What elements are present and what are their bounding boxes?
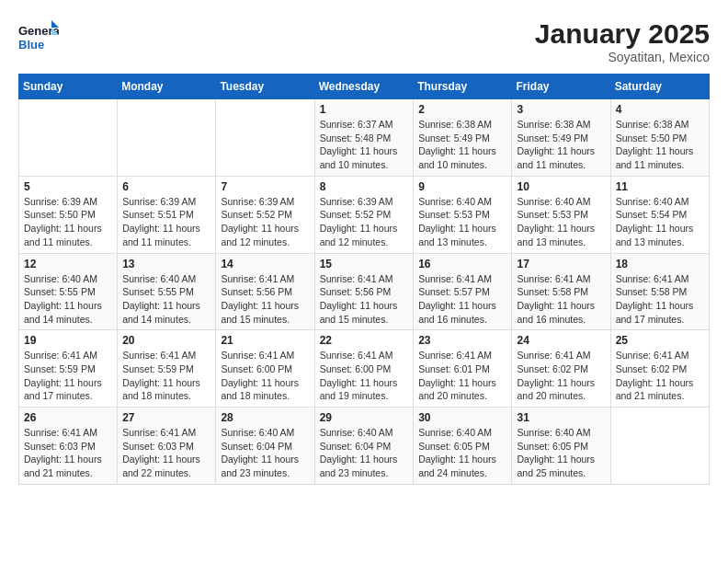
calendar-cell: 26Sunrise: 6:41 AM Sunset: 6:03 PM Dayli… (19, 408, 118, 485)
day-number: 1 (320, 103, 409, 116)
day-number: 3 (517, 103, 605, 116)
calendar-cell (19, 99, 118, 177)
calendar-cell: 30Sunrise: 6:40 AM Sunset: 6:05 PM Dayli… (414, 408, 512, 485)
day-number: 12 (24, 258, 112, 270)
day-number: 31 (517, 411, 605, 424)
day-number: 27 (122, 411, 210, 424)
day-info: Sunrise: 6:39 AM Sunset: 5:51 PM Dayligh… (122, 195, 210, 249)
day-number: 17 (517, 258, 605, 270)
day-number: 24 (517, 334, 605, 347)
calendar-cell: 13Sunrise: 6:40 AM Sunset: 5:55 PM Dayli… (118, 253, 216, 330)
day-info: Sunrise: 6:40 AM Sunset: 5:53 PM Dayligh… (418, 195, 506, 249)
calendar-cell: 17Sunrise: 6:41 AM Sunset: 5:58 PM Dayli… (512, 253, 610, 330)
weekday-header-wednesday: Wednesday (314, 75, 414, 99)
weekday-header-sunday: Sunday (19, 75, 118, 99)
calendar-cell: 2Sunrise: 6:38 AM Sunset: 5:49 PM Daylig… (414, 99, 512, 177)
day-info: Sunrise: 6:40 AM Sunset: 5:53 PM Dayligh… (517, 195, 605, 249)
day-info: Sunrise: 6:40 AM Sunset: 6:05 PM Dayligh… (517, 426, 605, 480)
day-info: Sunrise: 6:41 AM Sunset: 6:00 PM Dayligh… (320, 349, 409, 403)
calendar-cell: 16Sunrise: 6:41 AM Sunset: 5:57 PM Dayli… (414, 253, 512, 330)
calendar-cell: 11Sunrise: 6:40 AM Sunset: 5:54 PM Dayli… (610, 176, 709, 253)
day-info: Sunrise: 6:40 AM Sunset: 5:55 PM Dayligh… (122, 272, 210, 327)
calendar-cell: 22Sunrise: 6:41 AM Sunset: 6:00 PM Dayli… (314, 330, 414, 408)
day-info: Sunrise: 6:39 AM Sunset: 5:52 PM Dayligh… (320, 195, 409, 249)
day-info: Sunrise: 6:41 AM Sunset: 6:02 PM Dayligh… (616, 349, 704, 403)
calendar-cell: 7Sunrise: 6:39 AM Sunset: 5:52 PM Daylig… (216, 176, 314, 253)
day-info: Sunrise: 6:38 AM Sunset: 5:50 PM Dayligh… (616, 118, 704, 172)
calendar-cell: 5Sunrise: 6:39 AM Sunset: 5:50 PM Daylig… (19, 176, 118, 253)
calendar-cell: 29Sunrise: 6:40 AM Sunset: 6:04 PM Dayli… (314, 408, 414, 485)
calendar-cell: 20Sunrise: 6:41 AM Sunset: 5:59 PM Dayli… (118, 330, 216, 408)
day-number: 4 (616, 103, 704, 116)
day-number: 28 (221, 411, 309, 424)
month-title: January 2025 (535, 18, 710, 50)
calendar-cell: 14Sunrise: 6:41 AM Sunset: 5:56 PM Dayli… (216, 253, 314, 330)
day-info: Sunrise: 6:41 AM Sunset: 5:57 PM Dayligh… (418, 272, 506, 327)
calendar-cell: 15Sunrise: 6:41 AM Sunset: 5:56 PM Dayli… (314, 253, 414, 330)
day-info: Sunrise: 6:41 AM Sunset: 5:56 PM Dayligh… (221, 272, 309, 327)
calendar-cell: 9Sunrise: 6:40 AM Sunset: 5:53 PM Daylig… (414, 176, 512, 253)
logo-svg: General Blue (18, 18, 59, 55)
day-number: 14 (221, 258, 309, 270)
day-info: Sunrise: 6:41 AM Sunset: 6:03 PM Dayligh… (122, 426, 210, 480)
day-number: 16 (418, 258, 506, 270)
day-info: Sunrise: 6:41 AM Sunset: 5:58 PM Dayligh… (517, 272, 605, 327)
day-number: 6 (122, 180, 210, 193)
calendar-cell: 27Sunrise: 6:41 AM Sunset: 6:03 PM Dayli… (118, 408, 216, 485)
calendar-cell: 8Sunrise: 6:39 AM Sunset: 5:52 PM Daylig… (314, 176, 414, 253)
day-info: Sunrise: 6:39 AM Sunset: 5:52 PM Dayligh… (221, 195, 309, 249)
calendar-week-3: 12Sunrise: 6:40 AM Sunset: 5:55 PM Dayli… (19, 253, 710, 330)
day-number: 26 (24, 411, 112, 424)
day-number: 30 (418, 411, 506, 424)
weekday-header-monday: Monday (118, 75, 216, 99)
day-info: Sunrise: 6:38 AM Sunset: 5:49 PM Dayligh… (418, 118, 506, 172)
day-number: 10 (517, 180, 605, 193)
calendar: SundayMondayTuesdayWednesdayThursdayFrid… (18, 74, 710, 485)
calendar-week-4: 19Sunrise: 6:41 AM Sunset: 5:59 PM Dayli… (19, 330, 710, 408)
weekday-header-row: SundayMondayTuesdayWednesdayThursdayFrid… (19, 75, 710, 99)
calendar-cell (610, 408, 709, 485)
day-info: Sunrise: 6:40 AM Sunset: 5:54 PM Dayligh… (616, 195, 704, 249)
day-info: Sunrise: 6:41 AM Sunset: 6:03 PM Dayligh… (24, 426, 112, 480)
day-number: 7 (221, 180, 309, 193)
calendar-cell: 19Sunrise: 6:41 AM Sunset: 5:59 PM Dayli… (19, 330, 118, 408)
day-info: Sunrise: 6:41 AM Sunset: 5:56 PM Dayligh… (320, 272, 409, 327)
calendar-cell: 12Sunrise: 6:40 AM Sunset: 5:55 PM Dayli… (19, 253, 118, 330)
calendar-cell: 18Sunrise: 6:41 AM Sunset: 5:58 PM Dayli… (610, 253, 709, 330)
weekday-header-saturday: Saturday (610, 75, 709, 99)
day-info: Sunrise: 6:41 AM Sunset: 5:58 PM Dayligh… (616, 272, 704, 327)
day-info: Sunrise: 6:40 AM Sunset: 6:04 PM Dayligh… (320, 426, 409, 480)
day-info: Sunrise: 6:41 AM Sunset: 6:00 PM Dayligh… (221, 349, 309, 403)
calendar-cell: 6Sunrise: 6:39 AM Sunset: 5:51 PM Daylig… (118, 176, 216, 253)
calendar-cell: 25Sunrise: 6:41 AM Sunset: 6:02 PM Dayli… (610, 330, 709, 408)
calendar-cell: 4Sunrise: 6:38 AM Sunset: 5:50 PM Daylig… (610, 99, 709, 177)
day-info: Sunrise: 6:41 AM Sunset: 6:02 PM Dayligh… (517, 349, 605, 403)
calendar-cell: 28Sunrise: 6:40 AM Sunset: 6:04 PM Dayli… (216, 408, 314, 485)
day-info: Sunrise: 6:41 AM Sunset: 6:01 PM Dayligh… (418, 349, 506, 403)
calendar-cell: 24Sunrise: 6:41 AM Sunset: 6:02 PM Dayli… (512, 330, 610, 408)
day-info: Sunrise: 6:38 AM Sunset: 5:49 PM Dayligh… (517, 118, 605, 172)
calendar-cell: 23Sunrise: 6:41 AM Sunset: 6:01 PM Dayli… (414, 330, 512, 408)
day-info: Sunrise: 6:40 AM Sunset: 5:55 PM Dayligh… (24, 272, 112, 327)
day-number: 8 (320, 180, 409, 193)
day-number: 15 (320, 258, 409, 270)
day-number: 19 (24, 334, 112, 347)
day-info: Sunrise: 6:40 AM Sunset: 6:05 PM Dayligh… (418, 426, 506, 480)
day-number: 22 (320, 334, 409, 347)
day-number: 29 (320, 411, 409, 424)
calendar-cell: 21Sunrise: 6:41 AM Sunset: 6:00 PM Dayli… (216, 330, 314, 408)
calendar-cell: 10Sunrise: 6:40 AM Sunset: 5:53 PM Dayli… (512, 176, 610, 253)
day-number: 11 (616, 180, 704, 193)
page-header: General Blue January 2025 Soyatitan, Mex… (18, 18, 710, 64)
day-info: Sunrise: 6:40 AM Sunset: 6:04 PM Dayligh… (221, 426, 309, 480)
day-number: 20 (122, 334, 210, 347)
day-number: 13 (122, 258, 210, 270)
logo: General Blue (18, 18, 59, 55)
day-number: 23 (418, 334, 506, 347)
day-info: Sunrise: 6:41 AM Sunset: 5:59 PM Dayligh… (24, 349, 112, 403)
weekday-header-thursday: Thursday (414, 75, 512, 99)
weekday-header-friday: Friday (512, 75, 610, 99)
calendar-cell (216, 99, 314, 177)
day-number: 18 (616, 258, 704, 270)
calendar-cell: 1Sunrise: 6:37 AM Sunset: 5:48 PM Daylig… (314, 99, 414, 177)
